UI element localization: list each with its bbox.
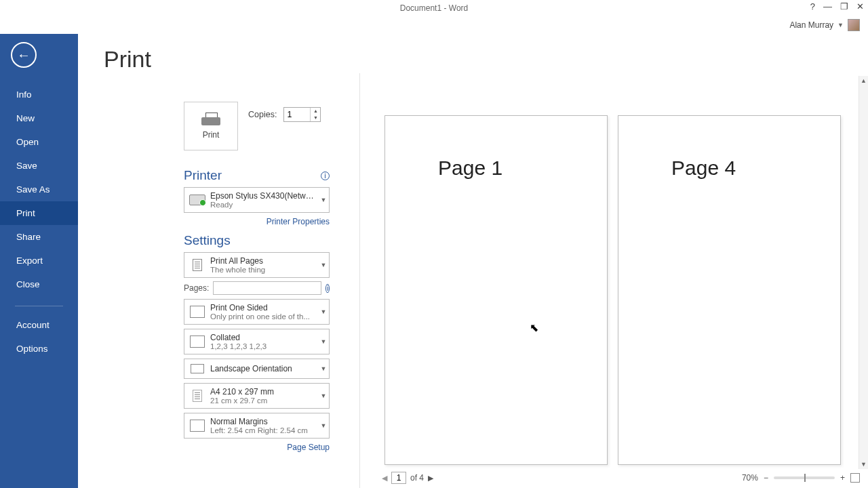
collate-icon [190,336,205,348]
printer-device-icon [189,195,205,205]
user-name[interactable]: Alan Murray [789,20,833,30]
copies-spinner[interactable]: ▲ ▼ [283,107,321,122]
margins-dropdown[interactable]: Normal Margins Left: 2.54 cm Right: 2.54… [184,413,330,439]
pages-input[interactable] [213,281,321,295]
page-total: of 4 [410,473,424,483]
orientation-dropdown[interactable]: Landscape Orientation ▼ [184,359,330,379]
page-thumbnail: Page 4 [618,115,841,465]
backstage-sidebar: ← InfoNewOpenSaveSave AsPrintShareExport… [0,34,78,488]
sidebar-item-print[interactable]: Print [0,201,78,225]
next-page-icon[interactable]: ▶ [428,474,433,483]
zoom-in-icon[interactable]: + [840,473,845,483]
pages-label: Pages: [184,283,209,293]
window-title: Document1 - Word [400,3,468,13]
copies-input[interactable] [284,108,310,121]
sidebar-item-info[interactable]: Info [0,83,78,106]
scroll-up-icon[interactable]: ▲ [859,76,868,85]
copies-down-icon[interactable]: ▼ [311,115,320,121]
sidebar-item-save[interactable]: Save [0,154,78,178]
window-controls: ? — ❐ ✕ [810,2,864,11]
chevron-down-icon: ▼ [318,262,329,268]
copies-up-icon[interactable]: ▲ [311,108,320,115]
chevron-down-icon: ▼ [318,422,329,429]
sidebar-item-close[interactable]: Close [0,272,78,296]
current-page-input[interactable] [391,472,406,484]
printer-properties-link[interactable]: Printer Properties [184,217,330,226]
one-sided-icon [190,306,205,318]
pages-info-icon[interactable]: i [326,284,330,293]
page-title: Print [78,34,868,79]
back-button[interactable]: ← [11,42,37,68]
vertical-divider [359,73,360,488]
settings-section-title: Settings [184,233,330,248]
printer-info-icon[interactable]: i [321,171,330,180]
user-menu-caret-icon[interactable]: ▼ [837,22,844,28]
page-thumbnail-label: Page 1 [438,157,607,180]
zoom-out-icon[interactable]: − [764,473,768,483]
sidebar-item-account[interactable]: Account [0,313,78,337]
user-bar: Alan Murray ▼ [0,16,868,34]
collate-dropdown[interactable]: Collated 1,2,3 1,2,3 1,2,3 ▼ [184,329,330,354]
printer-dropdown[interactable]: Epson Stylus SX430(Network) Ready ▼ [184,187,330,213]
close-icon[interactable]: ✕ [856,2,864,11]
printer-status: Ready [210,201,318,209]
sidebar-item-options[interactable]: Options [0,337,78,361]
chevron-down-icon: ▼ [318,392,329,399]
paper-size-dropdown[interactable]: A4 210 x 297 mm 21 cm x 29.7 cm ▼ [184,383,330,409]
sidebar-separator [15,306,63,306]
title-bar: Document1 - Word ? — ❐ ✕ [0,0,868,16]
printer-name: Epson Stylus SX430(Network) [210,191,318,201]
chevron-down-icon: ▼ [318,338,329,345]
restore-icon[interactable]: ❐ [840,2,848,11]
chevron-down-icon: ▼ [318,365,329,372]
sidebar-item-share[interactable]: Share [0,225,78,249]
sidebar-item-save-as[interactable]: Save As [0,178,78,201]
content-area: Print Print Copies: ▲ ▼ [78,34,868,488]
sidebar-item-open[interactable]: Open [0,130,78,154]
preview-scrollbar[interactable]: ▲ ▼ [859,76,868,469]
print-scope-dropdown[interactable]: Print All Pages The whole thing ▼ [184,252,330,278]
page-setup-link[interactable]: Page Setup [184,443,330,452]
preview-footer: ◀ of 4 ▶ 70% − + [363,470,863,485]
minimize-icon[interactable]: — [823,2,832,11]
prev-page-icon[interactable]: ◀ [382,474,387,483]
printer-icon [201,113,220,127]
copies-label: Copies: [248,110,277,119]
pages-icon [193,259,202,271]
printer-section-title: Printer i [184,168,330,183]
zoom-fit-icon[interactable] [850,473,860,483]
chevron-down-icon: ▼ [318,197,329,203]
avatar[interactable] [848,19,860,31]
paper-icon [193,390,202,402]
help-icon[interactable]: ? [810,2,815,11]
page-thumbnail: Page 1 [384,115,608,465]
chevron-down-icon: ▼ [318,308,329,315]
back-arrow-icon: ← [17,47,31,63]
zoom-level: 70% [742,473,758,483]
sidebar-item-new[interactable]: New [0,106,78,130]
zoom-slider[interactable] [774,476,835,479]
margins-icon [190,420,205,432]
sides-dropdown[interactable]: Print One Sided Only print on one side o… [184,299,330,325]
sidebar-item-export[interactable]: Export [0,249,78,272]
page-thumbnail-label: Page 4 [671,157,840,180]
print-button[interactable]: Print [184,102,238,150]
scroll-down-icon[interactable]: ▼ [859,460,868,469]
landscape-icon [191,364,204,373]
print-button-label: Print [203,130,220,140]
print-preview: Page 1Page 4 [363,76,863,469]
